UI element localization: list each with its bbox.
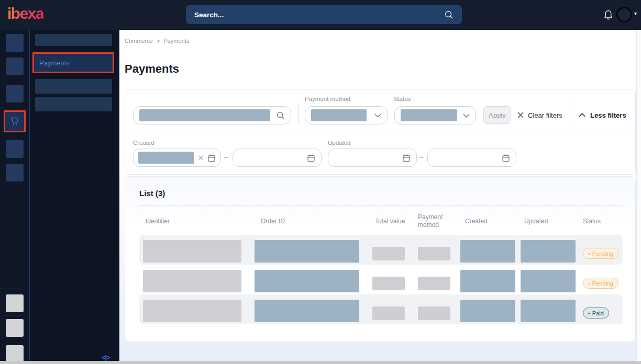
column-header-total-value: Total value (375, 218, 405, 225)
page-title: Payments (125, 62, 179, 76)
payments-list-panel: List (3) Identifier Order ID Total value… (125, 176, 636, 342)
redacted-payment-method (418, 247, 450, 260)
column-header-identifier: Identifier (146, 218, 170, 225)
payment-row[interactable]: •Pending (139, 265, 623, 294)
column-header-updated: Updated (524, 218, 548, 225)
menu-item-placeholder[interactable] (35, 97, 112, 111)
chevron-up-icon (579, 113, 585, 117)
horizontal-scrollbar[interactable] (0, 361, 641, 364)
chevron-down-icon (463, 113, 470, 118)
filter-divider (298, 104, 299, 124)
payment-row[interactable]: •Paid (139, 294, 623, 324)
calendar-icon[interactable] (207, 154, 216, 162)
calendar-icon[interactable] (402, 154, 411, 162)
redacted-order-id (255, 270, 359, 292)
status-badge: •Pending (583, 248, 618, 259)
menu-item-payments[interactable]: Payments (32, 52, 114, 73)
menu-item-placeholder[interactable] (35, 79, 112, 94)
redacted-created (460, 270, 515, 292)
status-select[interactable] (394, 106, 476, 124)
sidebar-icon-placeholder[interactable] (6, 85, 24, 103)
user-avatar[interactable] (616, 7, 632, 22)
search-filter-input[interactable] (133, 106, 291, 124)
updated-to-date-input[interactable] (427, 149, 516, 167)
redacted-date-value (138, 152, 194, 164)
vertical-scrollbar[interactable] (636, 30, 641, 361)
list-title-divider (139, 205, 624, 206)
redacted-total-value (372, 306, 405, 320)
column-header-order-id: Order ID (261, 218, 285, 225)
ibexa-admin-screen: ibexa Search... ▾ (0, 0, 641, 364)
column-header-created: Created (465, 218, 488, 225)
redacted-payment-method (418, 277, 450, 290)
user-menu-caret-icon[interactable]: ▾ (634, 10, 637, 16)
payment-method-select[interactable] (305, 106, 388, 124)
redacted-search-value (139, 109, 270, 121)
breadcrumb-commerce[interactable]: Commerce (125, 38, 153, 44)
payment-method-label: Payment method (305, 96, 350, 102)
redacted-identifier (143, 240, 241, 263)
payment-row[interactable]: •Pending (139, 235, 623, 265)
redacted-payment-method-value (311, 109, 367, 121)
column-header-payment-method: Payment method (418, 213, 451, 229)
redacted-created (460, 240, 515, 263)
global-search-input[interactable]: Search... (186, 5, 462, 24)
filters-row-divider (132, 132, 629, 132)
status-badge-label: Pending (592, 280, 613, 287)
calendar-icon[interactable] (502, 154, 510, 162)
breadcrumb-payments[interactable]: Payments (163, 38, 189, 44)
redacted-updated (521, 270, 576, 292)
sidebar-icon-placeholder[interactable] (6, 140, 24, 158)
date-range-dash: – (419, 153, 423, 161)
sidebar-divider (0, 289, 29, 289)
status-badge-label: Pending (592, 251, 613, 257)
redacted-identifier (143, 300, 241, 322)
redacted-total-value (372, 277, 405, 290)
date-range-dash: – (224, 153, 228, 161)
status-label: Status (394, 96, 411, 102)
filter-divider (570, 104, 570, 124)
redacted-created (460, 300, 515, 322)
sidebar-icon-placeholder[interactable] (6, 58, 24, 75)
chevron-down-icon (374, 113, 381, 118)
breadcrumb: Commerce>Payments (125, 38, 189, 44)
status-dot-icon: • (588, 310, 590, 316)
search-icon (444, 10, 454, 19)
ibexa-logo[interactable]: ibexa (7, 5, 43, 22)
sidebar-icon-placeholder[interactable] (6, 319, 24, 337)
sidebar-icon-placeholder[interactable] (6, 34, 24, 52)
created-label: Created (133, 140, 154, 146)
filters-panel: Payment method Status Apply Clear fil (125, 89, 636, 175)
notifications-bell-icon[interactable] (603, 8, 614, 22)
column-header-status: Status (583, 218, 601, 225)
status-badge-label: Paid (592, 310, 604, 316)
secondary-menu-sidebar: Payments <|> (30, 30, 119, 361)
status-dot-icon: • (588, 251, 590, 257)
clear-date-icon[interactable] (198, 155, 204, 161)
search-icon (276, 111, 285, 120)
panel-resize-handle[interactable]: <|> (102, 354, 110, 361)
sidebar-icon-placeholder[interactable] (6, 294, 24, 312)
shopping-cart-icon[interactable] (9, 116, 20, 127)
list-title: List (3) (139, 189, 165, 198)
updated-from-date-input[interactable] (328, 149, 417, 167)
menu-item-placeholder[interactable] (35, 34, 112, 46)
status-badge: •Paid (583, 308, 609, 318)
redacted-total-value (372, 247, 405, 260)
topbar: ibexa Search... ▾ (0, 0, 641, 30)
menu-item-payments-label: Payments (39, 59, 70, 67)
redacted-order-id (255, 240, 359, 263)
created-from-date-input[interactable] (133, 149, 221, 167)
calendar-icon[interactable] (307, 154, 315, 162)
sidebar-divider (3, 315, 26, 315)
clear-filters-button[interactable]: Clear filters (517, 106, 562, 124)
sidebar-icon-placeholder[interactable] (6, 345, 24, 363)
created-to-date-input[interactable] (233, 149, 322, 167)
status-badge: •Pending (583, 278, 618, 289)
commerce-nav-highlight (4, 110, 26, 132)
sidebar-icon-placeholder[interactable] (6, 164, 24, 181)
less-filters-toggle[interactable]: Less filters (579, 106, 626, 124)
less-filters-label: Less filters (590, 111, 626, 119)
redacted-payment-method (418, 306, 450, 320)
apply-button[interactable]: Apply (483, 106, 511, 124)
